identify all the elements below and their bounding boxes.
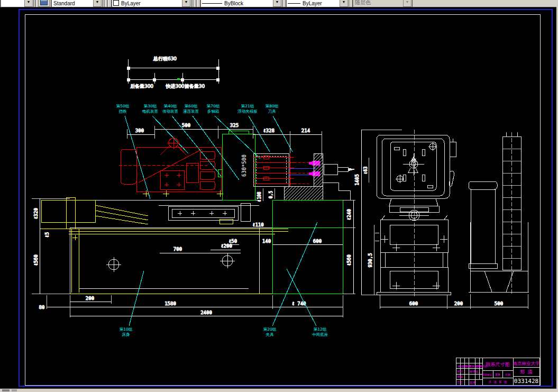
dim: 930,5 [368, 253, 373, 267]
group-labels-bottom: 第10组 床身 第20组 夹具 第12组 中间底座 [120, 222, 328, 337]
dim: 1580 [164, 301, 176, 306]
dim: ℓ5 [44, 232, 50, 238]
layout-tab-stub[interactable] [12, 389, 17, 391]
tb-sheet: 共 张 第 张 [489, 380, 507, 384]
group-label: 第30组 [144, 104, 157, 108]
stroke-diagram: 总行程630 后备量300 快进300 前备量30 [127, 56, 219, 89]
dim: 200 [454, 301, 463, 306]
dim-total-stroke: 总行程630 [153, 56, 177, 61]
dim: 600 [409, 301, 418, 306]
group-label: 电机装置 [142, 109, 159, 114]
front-view-power-unit [119, 136, 221, 192]
cad-application-window: ▼ Standard ▼ ByLayer ▼ ByBlock ▼ ByLayer… [0, 0, 558, 392]
group-label: 第70组 [207, 104, 220, 108]
tailstock-tool [323, 159, 354, 200]
group-label: 第50组 [116, 104, 130, 108]
front-view-middle-base [272, 200, 343, 294]
dim: 700 [173, 247, 182, 252]
dim: 1405 [354, 174, 360, 186]
front-view-column: 630*500 [218, 131, 255, 200]
title-block: 联系尺寸图 南京林业大学 郑 清 标记 处数 分区 更改文件号 签名 年月日 设… [456, 358, 540, 385]
dim: ℓ200 [221, 243, 232, 249]
dim-column-size: 630*500 [241, 154, 247, 177]
group-label: 第20组 [263, 327, 277, 332]
dim: 325 [230, 123, 239, 128]
tb-craft: 工艺 [457, 381, 463, 384]
school-name: 南京林业大学 [513, 361, 541, 366]
dim-front-reserve: 前备量30 [185, 84, 205, 89]
dim: 140 [262, 239, 271, 244]
dim: ℓ63 [363, 167, 368, 175]
dim: 500 [182, 123, 190, 128]
drawing-number: 0331428 [514, 378, 538, 385]
dim-rear-reserve: 后备量300 [130, 84, 153, 89]
group-label: 床身 [122, 332, 131, 337]
group-label: 液压装置 [183, 109, 199, 114]
dim: 214 [301, 128, 310, 133]
dim: 200 [86, 296, 94, 301]
dim: ℓ328 [263, 128, 275, 133]
dim: ℓ560 [346, 254, 352, 266]
dim: 300 [135, 128, 144, 133]
dim: 500 [495, 301, 503, 306]
dim: ℓ320 [33, 208, 39, 220]
tb-audit: 审核 [457, 375, 463, 378]
tb-weight: 重量 [495, 373, 500, 376]
tb-design: 设计 [457, 370, 463, 373]
dim: 0,5 [269, 191, 273, 199]
dim: ℓ240 [346, 209, 352, 221]
group-label: 第12组 [314, 327, 327, 332]
group-label: 第80组 [266, 104, 279, 108]
group-label: 刀具 [268, 109, 277, 114]
dim: 80 [39, 305, 45, 310]
tb-approve: 批准 [470, 381, 476, 385]
status-strip [0, 388, 558, 392]
layout-tab-stub[interactable] [2, 389, 10, 391]
group-label: 多轴箱 [207, 109, 219, 114]
side-view [375, 130, 529, 296]
group-label: 第60组 [185, 104, 198, 108]
dim: ℓ110 [252, 222, 264, 227]
tb-scale: 比例 [505, 373, 510, 377]
dim: 600 [313, 239, 322, 244]
group-label: 中间底座 [312, 332, 328, 337]
group-label: 夹具 [266, 332, 275, 337]
front-view-bed [40, 190, 288, 294]
group-label: 第40组 [164, 104, 177, 108]
author-name: 郑 清 [520, 369, 532, 375]
group-label: 第21组 [241, 104, 254, 108]
tb-date: 年月日 [479, 364, 487, 368]
model-space-canvas[interactable]: 总行程630 后备量300 快进300 前备量30 [0, 0, 558, 392]
front-view-spindle-area [253, 153, 354, 200]
dim-fast-feed: 快进300 [165, 84, 184, 89]
tb-stage: 阶段标记 [482, 373, 492, 377]
group-label: 浮动夹模板 [237, 109, 258, 114]
group-label: 传动装置 [162, 109, 179, 114]
tb-standard: 标准化 [469, 370, 479, 373]
drawing-title: 联系尺寸图 [486, 362, 510, 367]
dim: ℓ560 [33, 254, 39, 266]
group-label: 挡铁 [119, 109, 127, 114]
group-label: 第10组 [120, 327, 133, 332]
dim: 2400 [200, 310, 212, 315]
dim: ℓ108 [257, 192, 262, 202]
